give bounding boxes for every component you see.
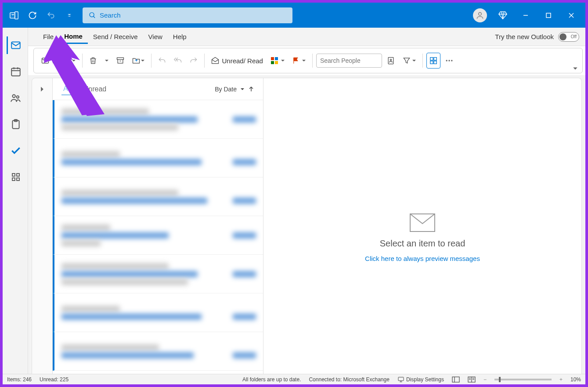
reading-pane-title: Select an item to read [380,239,465,249]
account-icon[interactable] [469,5,491,26]
svg-rect-38 [398,377,404,380]
message-item[interactable] [53,139,263,177]
zoom-slider[interactable] [494,379,552,380]
move-button[interactable] [129,53,148,69]
menu-help[interactable]: Help [168,30,192,43]
reading-pane-preview-link[interactable]: Click here to always preview messages [365,255,480,262]
envelope-icon [41,56,50,65]
svg-rect-36 [17,178,19,181]
svg-point-21 [446,60,447,61]
search-people-input[interactable] [316,54,382,68]
svg-point-23 [451,60,452,61]
svg-rect-20 [434,61,436,64]
message-item[interactable] [53,100,263,139]
status-sync: All folders are up to date. [242,376,301,383]
menu-view[interactable]: View [143,30,168,43]
maximize-button[interactable] [538,5,559,26]
nav-tasks[interactable] [7,116,24,133]
delete-dropdown[interactable] [102,53,112,69]
unread-read-button[interactable]: Unread/ Read [208,53,266,69]
premium-diamond-icon[interactable] [492,5,513,26]
mail-icon [10,40,22,51]
reply-button[interactable] [155,53,169,69]
close-button[interactable] [561,5,582,26]
minimize-button[interactable] [515,5,536,26]
sort-arrow-up-icon[interactable] [248,86,254,92]
svg-point-22 [448,60,450,61]
more-options-button[interactable] [442,53,456,69]
menu-file[interactable]: File [38,30,59,43]
chevron-down-icon [573,66,578,71]
sort-by-date[interactable]: By Date [215,86,237,93]
message-item[interactable] [53,255,263,293]
tab-all[interactable]: All [61,83,73,95]
message-item[interactable] [53,177,263,216]
svg-rect-14 [275,61,278,64]
reply-all-icon [173,56,182,65]
svg-rect-18 [434,58,436,60]
tab-unread[interactable]: Unread [82,83,108,95]
svg-rect-10 [117,58,123,59]
svg-rect-25 [11,68,20,76]
nav-todo[interactable] [7,142,24,159]
zoom-in-button[interactable]: + [559,376,563,383]
svg-point-16 [390,59,391,61]
nav-more-apps[interactable] [7,168,24,186]
reply-icon [158,56,166,65]
nav-mail[interactable] [7,36,24,54]
reading-pane: Select an item to read Click here to alw… [263,78,582,387]
trash-icon [89,56,97,65]
zoom-out-button[interactable]: − [483,376,487,383]
delete-button[interactable] [86,53,100,69]
message-list-pane: All Unread By Date [53,78,263,387]
nav-calendar[interactable] [7,63,24,80]
ribbon-expand-button[interactable] [573,66,578,71]
quick-access-dropdown-icon[interactable] [61,7,77,23]
outlook-app-icon[interactable] [6,7,22,23]
svg-point-30 [17,96,19,98]
message-item[interactable] [53,293,263,332]
svg-rect-9 [42,58,49,63]
zoom-level[interactable]: 10% [570,376,581,383]
flag-button[interactable] [289,53,309,69]
undo-icon[interactable] [43,7,59,23]
archive-icon [116,56,125,65]
people-icon [10,92,22,104]
layout-grid-icon [429,57,437,65]
nav-rail [3,28,28,374]
layout-button[interactable] [426,53,440,69]
search-input[interactable] [100,11,286,19]
nav-people[interactable] [7,89,24,107]
search-box[interactable] [83,7,292,23]
archive-button[interactable] [113,53,127,69]
view-reading-button[interactable] [468,376,476,383]
envelope-open-icon [211,56,220,65]
svg-point-2 [90,12,94,17]
address-book-button[interactable] [384,53,398,69]
clipboard-icon [10,119,22,130]
menu-home[interactable]: Home [59,30,88,44]
view-normal-button[interactable] [452,376,460,383]
forward-button[interactable] [187,53,201,69]
svg-rect-39 [452,377,459,382]
address-book-icon [386,56,395,65]
sync-icon[interactable] [25,7,40,23]
message-item[interactable] [53,332,263,371]
folder-pane-toggle[interactable] [32,78,53,387]
message-list[interactable] [53,100,263,387]
svg-rect-11 [271,57,274,60]
menu-bar: File Home Send / Receive View Help Try t… [3,28,585,46]
try-new-outlook-toggle[interactable]: Off [558,32,579,42]
message-item[interactable] [53,216,263,255]
chevron-down-icon [72,58,76,63]
svg-point-4 [479,12,482,15]
status-items-count: Items: 246 [7,376,32,383]
svg-rect-35 [12,178,15,181]
new-email-button[interactable]: Email [38,53,79,69]
svg-point-29 [12,94,15,98]
filter-button[interactable] [400,53,419,69]
categorize-button[interactable] [267,53,288,69]
menu-send-receive[interactable]: Send / Receive [88,30,143,43]
reply-all-button[interactable] [171,53,185,69]
display-settings-button[interactable]: Display Settings [397,376,444,383]
